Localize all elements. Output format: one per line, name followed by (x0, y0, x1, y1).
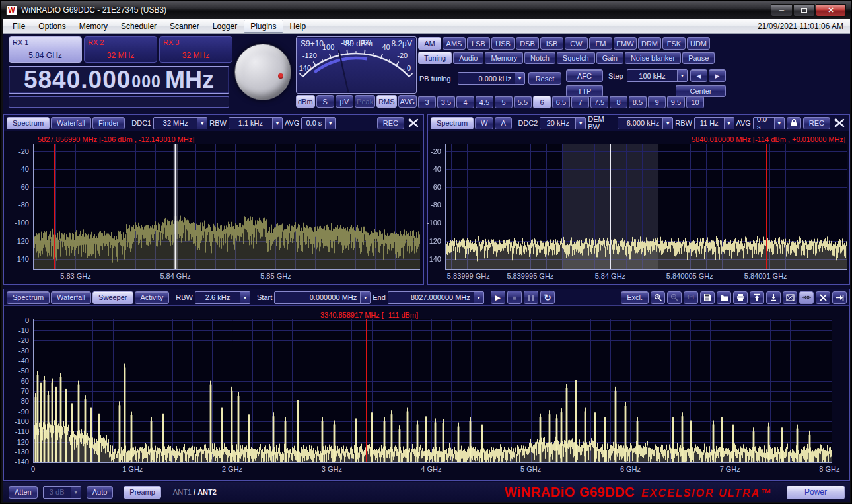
mode-button-fm[interactable]: FM (589, 37, 612, 50)
tab-audio[interactable]: Audio (453, 52, 483, 64)
minimize-button[interactable]: ─ (771, 4, 793, 17)
menu-plugins[interactable]: Plugins (244, 20, 283, 33)
meter-unit-button-s[interactable]: S (316, 95, 334, 108)
export-top-icon[interactable] (750, 291, 764, 304)
dem-bw-select[interactable]: 6.000 kHz▼ (618, 117, 673, 129)
bandwidth-button-7-5[interactable]: 7.5 (590, 96, 608, 108)
bandwidth-button-3-5[interactable]: 3.5 (437, 96, 455, 108)
mode-button-udm[interactable]: UDM (687, 37, 710, 50)
tab-memory[interactable]: Memory (485, 52, 523, 64)
bandwidth-button-4[interactable]: 4 (456, 96, 474, 108)
mode-button-lsb[interactable]: LSB (467, 37, 490, 50)
bandwidth-button-9[interactable]: 9 (648, 96, 666, 108)
ddc2-settings-tools-icon[interactable] (832, 117, 847, 129)
tab-gain[interactable]: Gain (596, 52, 623, 64)
meter-unit-button--v[interactable]: µV (336, 95, 353, 108)
bandwidth-button-7[interactable]: 7 (571, 96, 589, 108)
ddc1-avg-select[interactable]: 0.0 s▼ (301, 117, 336, 129)
preamp-button[interactable]: Preamp (124, 486, 161, 499)
menu-options[interactable]: Options (32, 20, 72, 33)
chevron-down-icon[interactable]: ▼ (662, 118, 672, 129)
ddc1-tab-finder[interactable]: Finder (92, 117, 125, 129)
bandwidth-button-4-5[interactable]: 4.5 (476, 96, 493, 108)
ddc1-rec-button[interactable]: REC (377, 117, 404, 129)
bandwidth-button-8[interactable]: 8 (610, 96, 627, 108)
chevron-down-icon[interactable]: ▼ (240, 292, 250, 303)
mode-button-cw[interactable]: CW (565, 37, 588, 50)
rx3-tab[interactable]: RX 3 32 MHz (159, 36, 232, 63)
ddc2-rbw-select[interactable]: 11 Hz▼ (694, 117, 734, 129)
step-up-button[interactable]: ▶ (709, 69, 726, 82)
sweep-start-select[interactable]: 0.000000 MHz▼ (274, 291, 371, 304)
sweeper-rbw-select[interactable]: 2.6 kHz▼ (195, 291, 250, 304)
pb-reset-button[interactable]: Reset (528, 72, 561, 85)
mode-button-isb[interactable]: ISB (540, 37, 563, 50)
tuning-knob[interactable] (234, 44, 291, 100)
bandwidth-button-9-5[interactable]: 9.5 (667, 96, 685, 108)
chevron-down-icon[interactable]: ▼ (575, 118, 585, 129)
stop-icon[interactable]: ■ (507, 291, 522, 304)
maximize-button[interactable] (793, 4, 815, 17)
lock-icon[interactable] (787, 117, 801, 129)
sweeper-tab-waterfall[interactable]: Waterfall (51, 291, 91, 304)
ddc2-bandwidth-select[interactable]: 20 kHz▼ (540, 117, 586, 129)
meter-unit-button-rms[interactable]: RMS (376, 95, 396, 108)
chevron-down-icon[interactable]: ▼ (677, 70, 687, 81)
rx1-tab[interactable]: RX 1 5.84 GHz (9, 36, 82, 63)
ddc2-tab-w[interactable]: W (475, 117, 493, 129)
rx2-tab[interactable]: RX 2 32 MHz (84, 36, 157, 63)
sweeper-tab-spectrum[interactable]: Spectrum (7, 291, 50, 304)
open-folder-icon[interactable] (717, 291, 731, 304)
step-down-button[interactable]: ◀ (690, 69, 707, 82)
ddc1-bandwidth-select[interactable]: 32 MHz▼ (153, 117, 207, 129)
pb-tuning-select[interactable]: 0.000 kHz▼ (458, 72, 525, 85)
bandwidth-button-8-5[interactable]: 8.5 (629, 96, 647, 108)
play-icon[interactable]: ▶ (491, 291, 505, 304)
goto-end-icon[interactable] (832, 291, 847, 304)
bandwidth-button-6-5[interactable]: 6.5 (552, 96, 570, 108)
mode-button-dsb[interactable]: DSB (516, 37, 539, 50)
meter-unit-button-peak[interactable]: Peak (355, 95, 375, 108)
ddc1-spectrum-display[interactable] (33, 144, 420, 270)
ddc1-tab-spectrum[interactable]: Spectrum (7, 117, 50, 129)
ddc2-avg-select[interactable]: 0.0 s▼ (753, 117, 785, 129)
atten-level-select[interactable]: 3 dB▼ (43, 486, 81, 499)
sweeper-spectrum-display[interactable] (33, 319, 832, 463)
ddc2-spectrum-display[interactable] (445, 144, 847, 270)
chevron-down-icon[interactable]: ▼ (360, 292, 370, 303)
exclude-region-icon[interactable] (783, 291, 797, 304)
title-bar[interactable]: W WiNRADiO G69DDC - 21E27345 (USB3) ─ ✕ (1, 1, 851, 19)
print-icon[interactable] (733, 291, 748, 304)
tab-pause[interactable]: Pause (682, 52, 715, 64)
chevron-down-icon[interactable]: ▼ (474, 292, 483, 303)
chevron-down-icon[interactable]: ▼ (515, 73, 524, 84)
mode-button-ams[interactable]: AMS (443, 37, 466, 50)
atten-button[interactable]: Atten (9, 486, 38, 499)
scale-1-1-button[interactable]: 1:1 (684, 291, 698, 304)
clear-icon[interactable] (816, 291, 830, 304)
bandwidth-button-6[interactable]: 6 (533, 96, 551, 108)
exclude-button[interactable]: Excl. (621, 291, 649, 304)
mode-button-fsk[interactable]: FSK (662, 37, 686, 50)
menu-scheduler[interactable]: Scheduler (114, 20, 163, 33)
export-bottom-icon[interactable] (766, 291, 781, 304)
chevron-down-icon[interactable]: ▼ (272, 118, 282, 129)
bandwidth-button-10[interactable]: 10 (686, 96, 704, 108)
bandwidth-button-5[interactable]: 5 (495, 96, 513, 108)
mode-button-usb[interactable]: USB (491, 37, 515, 50)
ddc2-tab-spectrum[interactable]: Spectrum (431, 117, 474, 129)
ddc1-settings-tools-icon[interactable] (406, 117, 421, 129)
mode-button-am[interactable]: AM (418, 37, 441, 50)
chevron-down-icon[interactable]: ▼ (325, 118, 335, 129)
power-button[interactable]: Power (787, 486, 845, 499)
repeat-icon[interactable]: ↻ (540, 291, 555, 304)
zoom-out-icon[interactable] (667, 291, 682, 304)
atten-auto-button[interactable]: Auto (87, 486, 114, 499)
menu-file[interactable]: File (6, 20, 32, 33)
sweeper-tab-sweeper[interactable]: Sweeper (92, 291, 133, 304)
tab-squelch[interactable]: Squelch (557, 52, 595, 64)
ddc2-tab-a[interactable]: A (495, 117, 511, 129)
pause-icon[interactable] (524, 291, 538, 304)
close-button[interactable]: ✕ (816, 4, 846, 17)
ddc2-rec-button[interactable]: REC (803, 117, 830, 129)
